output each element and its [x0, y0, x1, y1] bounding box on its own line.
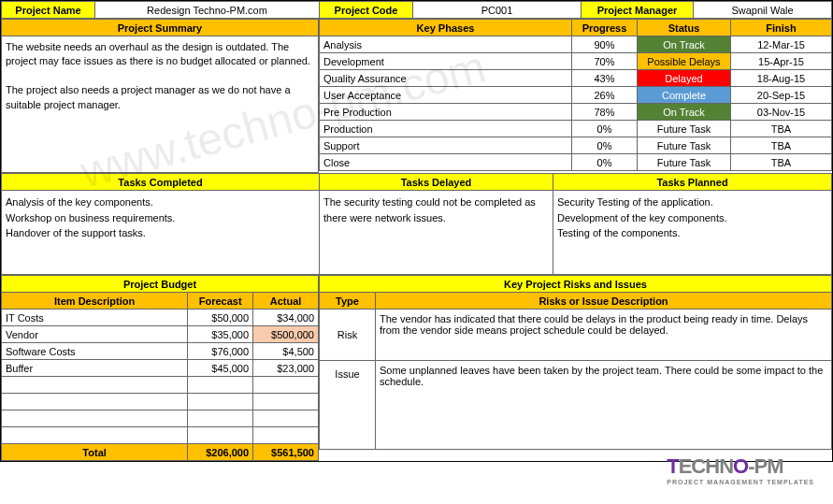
phase-name: Development	[320, 53, 572, 70]
tasks-delayed-header: Tasks Delayed	[320, 174, 553, 191]
phase-status: Delayed	[638, 70, 731, 87]
phase-finish: TBA	[731, 121, 832, 137]
phase-progress: 0%	[572, 121, 638, 137]
phase-status: Future Task	[638, 121, 731, 137]
project-name-value: Redesign Techno-PM.com	[95, 2, 320, 19]
budget-item: Vendor	[2, 326, 188, 343]
type-header: Type	[320, 293, 376, 310]
tp2: Development of the key components.	[557, 212, 727, 223]
budget-item: IT Costs	[2, 310, 188, 326]
logo-rest: ECHN	[679, 454, 733, 478]
phase-finish: 15-Apr-15	[731, 53, 832, 70]
forecast-header: Forecast	[188, 293, 253, 310]
tc3: Handover of the support tasks.	[6, 227, 146, 238]
budget-actual: $34,000	[253, 310, 319, 326]
phase-progress: 70%	[572, 53, 638, 70]
phase-name: Support	[320, 137, 572, 154]
phase-progress: 43%	[572, 70, 638, 87]
budget-forecast: $35,000	[188, 326, 253, 343]
budget-forecast: $45,000	[188, 360, 253, 377]
logo-pm: -PM	[748, 454, 783, 478]
phase-status: Complete	[638, 87, 731, 104]
finish-header: Finish	[731, 20, 832, 36]
budget-table: Project Budget Item Description Forecast…	[1, 275, 319, 461]
phase-progress: 0%	[572, 154, 638, 171]
budget-actual: $500,000	[253, 326, 319, 343]
risk2-desc: Some unplanned leaves have been taken by…	[376, 361, 832, 450]
project-code-value: PC001	[413, 2, 582, 19]
project-code-label: Project Code	[320, 2, 413, 19]
phase-name: Pre Production	[320, 104, 572, 121]
phase-progress: 26%	[572, 87, 638, 104]
item-desc-header: Item Description	[2, 293, 188, 310]
tp3: Testing of the components.	[557, 227, 680, 238]
phase-finish: 18-Aug-15	[731, 70, 832, 87]
logo: TECHNO-PM PROJECT MANAGEMENT TEMPLATES	[667, 454, 814, 485]
phase-name: Close	[320, 154, 572, 171]
risks-header: Key Project Risks and Issues	[320, 276, 832, 293]
tasks-planned-cell: Security Testing of the application. Dev…	[553, 191, 832, 275]
budget-item: Buffer	[2, 360, 188, 377]
budget-actual: $4,500	[253, 343, 319, 360]
summary-text: The website needs an overhaul as the des…	[2, 36, 319, 173]
summary-line2: The project also needs a project manager…	[6, 84, 291, 109]
risk1-desc: The vendor has indicated that there coul…	[376, 310, 832, 361]
logo-o: O	[733, 454, 748, 478]
summary-header: Project Summary	[2, 20, 319, 36]
phase-progress: 78%	[572, 104, 638, 121]
total-actual: $561,500	[253, 444, 319, 461]
phase-finish: TBA	[731, 137, 832, 154]
phases-header: Key Phases	[320, 20, 572, 36]
logo-t: T	[667, 454, 678, 478]
total-forecast: $206,000	[188, 444, 253, 461]
phase-finish: TBA	[731, 154, 832, 171]
phase-finish: 20-Sep-15	[731, 87, 832, 104]
phase-name: User Acceptance	[320, 87, 572, 104]
phase-progress: 90%	[572, 36, 638, 53]
tasks-completed-cell: Analysis of the key components. Workshop…	[2, 191, 320, 275]
progress-header: Progress	[572, 20, 638, 36]
budget-forecast: $76,000	[188, 343, 253, 360]
project-manager-value: Swapnil Wale	[694, 2, 832, 19]
phase-finish: 03-Nov-15	[731, 104, 832, 121]
tp1: Security Testing of the application.	[557, 196, 713, 208]
tc2: Workshop on business requirements.	[6, 212, 175, 223]
risk2-type: Issue	[320, 361, 376, 450]
phase-status: Possible Delays	[638, 53, 731, 70]
project-name-label: Project Name	[2, 2, 95, 19]
phase-name: Quality Assurance	[320, 70, 572, 87]
risk1-type: Risk	[320, 310, 376, 361]
phase-status: Future Task	[638, 137, 731, 154]
header-table: Project Name Redesign Techno-PM.com Proj…	[1, 1, 832, 19]
phase-status: On Track	[638, 104, 731, 121]
tasks-table: Tasks Completed Tasks Delayed Tasks Plan…	[1, 173, 832, 275]
budget-actual: $23,000	[253, 360, 319, 377]
phase-status: On Track	[638, 36, 731, 53]
total-label: Total	[2, 444, 188, 461]
summary-line1: The website needs an overhaul as the des…	[6, 41, 310, 66]
phase-status: Future Task	[638, 154, 731, 171]
phase-name: Production	[320, 121, 572, 137]
budget-item: Software Costs	[2, 343, 188, 360]
budget-forecast: $50,000	[188, 310, 253, 326]
phases-table: Key Phases Progress Status Finish Analys…	[319, 19, 832, 171]
risk-desc-header: Risks or Issue Description	[376, 293, 832, 310]
phase-finish: 12-Mar-15	[731, 36, 832, 53]
phase-progress: 0%	[572, 137, 638, 154]
actual-header: Actual	[253, 293, 319, 310]
report-container: Project Name Redesign Techno-PM.com Proj…	[0, 0, 833, 462]
phase-name: Analysis	[320, 36, 572, 53]
logo-sub: PROJECT MANAGEMENT TEMPLATES	[667, 479, 814, 485]
tasks-completed-header: Tasks Completed	[2, 174, 320, 191]
risks-table: Key Project Risks and Issues Type Risks …	[319, 275, 832, 450]
status-header: Status	[638, 20, 731, 36]
tasks-delayed-cell: The security testing could not be comple…	[320, 191, 553, 275]
tasks-planned-header: Tasks Planned	[553, 174, 832, 191]
project-manager-label: Project Manager	[582, 2, 694, 19]
tc1: Analysis of the key components.	[6, 196, 153, 208]
td1: The security testing could not be comple…	[323, 196, 536, 223]
budget-header: Project Budget	[2, 276, 319, 293]
